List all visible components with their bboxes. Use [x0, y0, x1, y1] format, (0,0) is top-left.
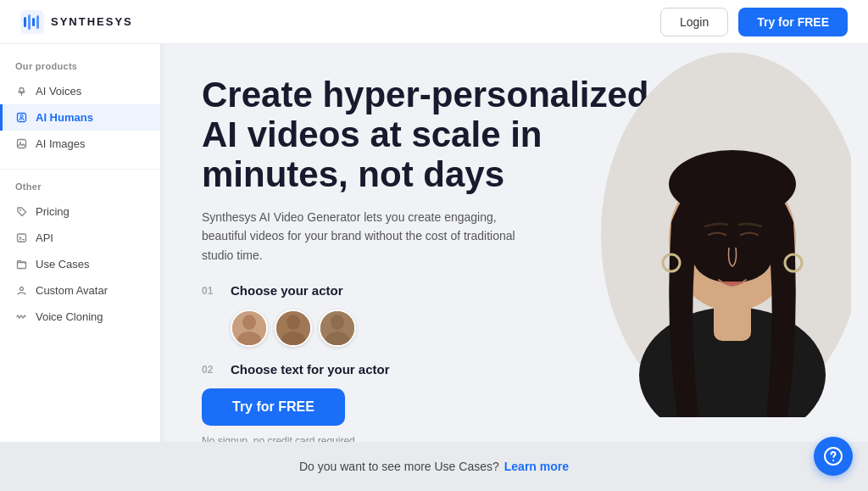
step2-label: Choose text for your actor: [231, 362, 390, 377]
svg-point-8: [20, 115, 23, 118]
sidebar: Our products AI Voices AI Humans AI Imag…: [0, 44, 161, 491]
sidebar-item-custom-avatar-label: Custom Avatar: [36, 284, 108, 297]
sidebar-item-ai-humans[interactable]: AI Humans: [0, 104, 160, 131]
svg-point-11: [19, 209, 21, 211]
human-icon: [15, 111, 28, 124]
actor-avatar-2[interactable]: [275, 310, 312, 347]
svg-rect-3: [32, 18, 35, 26]
sidebar-item-ai-images-label: AI Images: [36, 137, 86, 150]
sidebar-item-use-cases[interactable]: Use Cases: [0, 251, 160, 277]
main-area: Our products AI Voices AI Humans AI Imag…: [0, 44, 868, 491]
try-free-main-button[interactable]: Try for FREE: [202, 388, 345, 426]
svg-rect-2: [28, 14, 31, 30]
sidebar-item-ai-voices-label: AI Voices: [36, 85, 81, 98]
bottom-bar-text: Do you want to see more Use Cases?: [299, 460, 499, 473]
bottom-bar: Do you want to see more Use Cases? Learn…: [0, 442, 868, 491]
try-free-header-button[interactable]: Try for FREE: [738, 8, 848, 36]
sidebar-item-custom-avatar[interactable]: Custom Avatar: [0, 277, 160, 304]
mic-icon: [15, 85, 28, 98]
logo: SYNTHESYS: [20, 10, 133, 34]
sidebar-item-pricing[interactable]: Pricing: [0, 198, 160, 225]
other-section-label: Other: [0, 181, 160, 192]
tag-icon: [15, 205, 28, 218]
waves-icon: [15, 310, 28, 323]
learn-more-link[interactable]: Learn more: [504, 460, 569, 473]
folder-icon: [15, 258, 28, 271]
products-section-label: Our products: [0, 61, 160, 71]
svg-rect-9: [18, 140, 26, 148]
logo-icon: [20, 10, 44, 34]
actor-avatar-3[interactable]: [319, 310, 356, 347]
header-actions: Login Try for FREE: [660, 8, 848, 36]
svg-point-22: [331, 315, 344, 330]
header: SYNTHESYS Login Try for FREE: [0, 0, 868, 44]
svg-rect-12: [18, 234, 26, 242]
user-icon: [15, 284, 28, 297]
sidebar-item-voice-cloning[interactable]: Voice Cloning: [0, 304, 160, 330]
main-subtext: Synthesys AI Video Generator lets you cr…: [202, 208, 541, 265]
svg-point-28: [669, 150, 796, 218]
sidebar-item-api[interactable]: API: [0, 225, 160, 251]
svg-rect-4: [36, 15, 39, 29]
svg-rect-1: [24, 17, 26, 27]
sidebar-item-ai-humans-label: AI Humans: [36, 111, 93, 124]
svg-point-14: [20, 287, 24, 291]
terminal-icon: [15, 232, 28, 244]
svg-point-19: [287, 315, 300, 330]
person-illustration: [580, 53, 851, 417]
step2-number: 02: [202, 364, 219, 376]
image-icon: [15, 137, 28, 150]
sidebar-item-ai-images[interactable]: AI Images: [0, 131, 160, 157]
sidebar-item-voice-cloning-label: Voice Cloning: [36, 310, 103, 323]
svg-point-10: [19, 142, 21, 143]
svg-point-16: [242, 315, 256, 330]
logo-text: SYNTHESYS: [51, 15, 133, 28]
sidebar-item-ai-voices[interactable]: AI Voices: [0, 78, 160, 104]
sidebar-item-use-cases-label: Use Cases: [36, 258, 90, 271]
sidebar-item-pricing-label: Pricing: [36, 205, 70, 218]
person-svg: [580, 53, 851, 417]
step1-label: Choose your actor: [231, 283, 343, 298]
sidebar-item-api-label: API: [36, 232, 53, 244]
fab-button[interactable]: [814, 437, 853, 476]
content-area: Create hyper-personalized AI videos at s…: [161, 44, 868, 491]
step1-number: 01: [202, 285, 219, 297]
actor-avatar-1[interactable]: [231, 310, 268, 347]
svg-point-5: [19, 88, 24, 92]
help-circle-icon: [823, 446, 843, 466]
login-button[interactable]: Login: [660, 8, 728, 36]
svg-point-32: [832, 460, 834, 461]
sidebar-divider: [0, 169, 160, 170]
